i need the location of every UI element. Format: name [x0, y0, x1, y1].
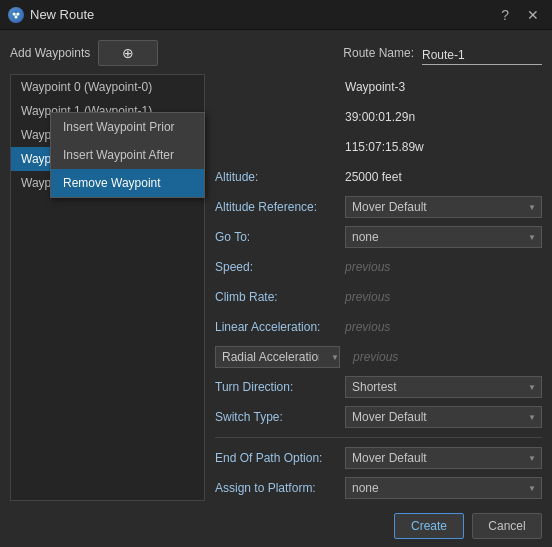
- radial-accel-value: previous: [345, 350, 542, 364]
- prop-row-radial-accel: Radial Acceleration Linear Acceleration …: [215, 344, 542, 370]
- add-waypoints-label: Add Waypoints: [10, 46, 90, 60]
- prop-row-assign-platform: Assign to Platform: none: [215, 475, 542, 501]
- prop-row-waypoint-name: Waypoint-3: [215, 74, 542, 100]
- goto-select[interactable]: none Waypoint 0: [345, 226, 542, 248]
- create-button[interactable]: Create: [394, 513, 464, 539]
- window-title: New Route: [30, 7, 94, 22]
- prop-row-altitude: Altitude: 25000 feet: [215, 164, 542, 190]
- route-name-value[interactable]: Route-1: [422, 41, 542, 65]
- lat-value: 39:00:01.29n: [345, 110, 542, 124]
- top-section: Add Waypoints ⊕ Route Name: Route-1: [10, 40, 542, 66]
- switch-type-label: Switch Type:: [215, 410, 345, 424]
- close-button[interactable]: ✕: [522, 5, 544, 25]
- add-waypoint-button[interactable]: ⊕: [98, 40, 158, 66]
- speed-label: Speed:: [215, 260, 345, 274]
- prop-row-climb-rate: Climb Rate: previous: [215, 284, 542, 310]
- title-bar: New Route ? ✕: [0, 0, 552, 30]
- prop-row-alt-ref: Altitude Reference: Mover Default MSL AG…: [215, 194, 542, 220]
- divider: [215, 437, 542, 438]
- waypoint-name-value: Waypoint-3: [345, 80, 542, 94]
- climb-rate-label: Climb Rate:: [215, 290, 345, 304]
- assign-platform-label: Assign to Platform:: [215, 481, 345, 495]
- goto-label: Go To:: [215, 230, 345, 244]
- altitude-label: Altitude:: [215, 170, 345, 184]
- alt-ref-select[interactable]: Mover Default MSL AGL: [345, 196, 542, 218]
- prop-row-goto: Go To: none Waypoint 0: [215, 224, 542, 250]
- context-insert-prior[interactable]: Insert Waypoint Prior: [51, 113, 204, 141]
- end-path-select[interactable]: Mover Default Loop Hold: [345, 447, 542, 469]
- lon-value: 115:07:15.89w: [345, 140, 542, 154]
- alt-ref-label: Altitude Reference:: [215, 200, 345, 214]
- switch-type-select[interactable]: Mover Default Distance Time: [345, 406, 542, 428]
- prop-row-end-path: End Of Path Option: Mover Default Loop H…: [215, 445, 542, 471]
- prop-row-lon: 115:07:15.89w: [215, 134, 542, 160]
- radial-accel-type-select[interactable]: Radial Acceleration Linear Acceleration: [215, 346, 340, 368]
- route-name-label: Route Name:: [343, 46, 414, 60]
- prop-row-switch-type: Switch Type: Mover Default Distance Time: [215, 404, 542, 430]
- bottom-bar: Create Cancel: [10, 509, 542, 539]
- cancel-button[interactable]: Cancel: [472, 513, 542, 539]
- context-menu: Insert Waypoint Prior Insert Waypoint Af…: [50, 112, 205, 198]
- context-insert-after[interactable]: Insert Waypoint After: [51, 141, 204, 169]
- assign-platform-select[interactable]: none: [345, 477, 542, 499]
- help-button[interactable]: ?: [496, 5, 514, 25]
- linear-accel-value: previous: [345, 320, 542, 334]
- prop-row-turn-dir: Turn Direction: Shortest Left Right: [215, 374, 542, 400]
- turn-dir-select[interactable]: Shortest Left Right: [345, 376, 542, 398]
- prop-row-speed: Speed: previous: [215, 254, 542, 280]
- speed-value: previous: [345, 260, 542, 274]
- properties-panel: Waypoint-3 39:00:01.29n 115:07:15.89w Al…: [205, 74, 542, 501]
- end-path-label: End Of Path Option:: [215, 451, 345, 465]
- waypoint-item-0[interactable]: Waypoint 0 (Waypoint-0): [11, 75, 204, 99]
- middle-section: Waypoint 0 (Waypoint-0) Waypoint 1 (Wayp…: [10, 74, 542, 501]
- turn-dir-label: Turn Direction:: [215, 380, 345, 394]
- context-remove-waypoint[interactable]: Remove Waypoint: [51, 169, 204, 197]
- prop-row-linear-accel: Linear Acceleration: previous: [215, 314, 542, 340]
- linear-accel-label: Linear Acceleration:: [215, 320, 345, 334]
- app-icon: [8, 7, 24, 23]
- prop-row-lat: 39:00:01.29n: [215, 104, 542, 130]
- altitude-value: 25000 feet: [345, 170, 542, 184]
- climb-rate-value: previous: [345, 290, 542, 304]
